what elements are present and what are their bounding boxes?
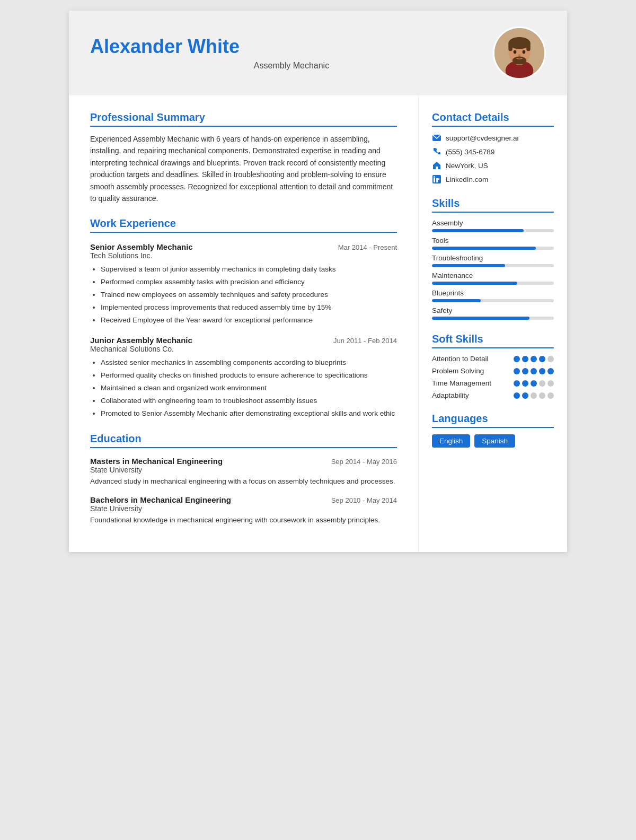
- svg-rect-13: [434, 178, 435, 182]
- education-title: Education: [90, 433, 397, 448]
- edu-1-degree: Masters in Mechanical Engineering: [90, 457, 223, 466]
- avatar-image: [494, 28, 544, 78]
- main-layout: Professional Summary Experienced Assembl…: [69, 95, 567, 552]
- list-item: Assisted senior mechanics in assembling …: [101, 357, 397, 369]
- summary-section: Professional Summary Experienced Assembl…: [90, 111, 397, 204]
- job-2-date: Jun 2011 - Feb 2014: [333, 337, 397, 345]
- skill-maintenance-name: Maintenance: [432, 272, 554, 279]
- contact-title: Contact Details: [432, 111, 554, 127]
- skill-safety-bar: [432, 317, 554, 320]
- dot: [522, 368, 528, 374]
- svg-point-14: [434, 176, 435, 178]
- job-1-date: Mar 2014 - Present: [338, 243, 397, 251]
- contact-linkedin-text: LinkedIn.com: [446, 176, 488, 183]
- soft-skills-section: Soft Skills Attention to Detail Problem …: [432, 333, 554, 399]
- job-2-bullets: Assisted senior mechanics in assembling …: [90, 357, 397, 419]
- dot: [531, 380, 537, 387]
- dot: [547, 356, 554, 362]
- skill-maintenance-fill: [432, 282, 517, 285]
- skill-assembly-fill: [432, 229, 524, 232]
- list-item: Collaborated with engineering team to tr…: [101, 396, 397, 407]
- skill-assembly-name: Assembly: [432, 219, 554, 227]
- skill-tools-fill: [432, 247, 536, 250]
- home-icon: [432, 161, 441, 170]
- contact-phone: (555) 345-6789: [432, 147, 554, 156]
- skill-troubleshooting: Troubleshooting: [432, 254, 554, 267]
- work-experience-section: Work Experience Senior Assembly Mechanic…: [90, 217, 397, 419]
- job-1: Senior Assembly Mechanic Mar 2014 - Pres…: [90, 242, 397, 326]
- right-column: Contact Details support@cvdesigner.ai: [419, 95, 567, 552]
- skill-safety-name: Safety: [432, 307, 554, 314]
- job-1-bullets: Supervised a team of junior assembly mec…: [90, 264, 397, 326]
- soft-skill-adaptability-dots: [514, 392, 554, 399]
- skill-safety: Safety: [432, 307, 554, 320]
- avatar: [493, 27, 546, 80]
- skill-assembly-bar: [432, 229, 554, 232]
- list-item: Trained new employees on assembly techni…: [101, 290, 397, 301]
- work-experience-title: Work Experience: [90, 217, 397, 233]
- edu-2: Bachelors in Mechanical Engineering Sep …: [90, 495, 397, 526]
- dot: [531, 356, 537, 362]
- soft-skill-time-management: Time Management: [432, 379, 554, 387]
- skill-assembly: Assembly: [432, 219, 554, 232]
- dot: [514, 392, 520, 399]
- job-1-title: Senior Assembly Mechanic: [90, 242, 193, 251]
- edu-1: Masters in Mechanical Engineering Sep 20…: [90, 457, 397, 487]
- language-english: English: [432, 434, 470, 448]
- edu-2-school: State University: [90, 504, 397, 513]
- summary-text: Experienced Assembly Mechanic with 6 yea…: [90, 133, 397, 204]
- skill-troubleshooting-fill: [432, 264, 505, 267]
- header-left: Alexander White Assembly Mechanic: [90, 36, 493, 71]
- svg-point-7: [514, 50, 517, 54]
- dot: [539, 392, 545, 399]
- job-1-company: Tech Solutions Inc.: [90, 251, 397, 260]
- education-section: Education Masters in Mechanical Engineer…: [90, 433, 397, 526]
- skill-troubleshooting-name: Troubleshooting: [432, 254, 554, 262]
- skill-blueprints: Blueprints: [432, 289, 554, 302]
- list-item: Maintained a clean and organized work en…: [101, 383, 397, 394]
- svg-point-8: [523, 50, 526, 54]
- list-item: Implemented process improvements that re…: [101, 302, 397, 313]
- skill-tools-bar: [432, 247, 554, 250]
- edu-2-date: Sep 2010 - May 2014: [331, 496, 397, 504]
- dot: [522, 380, 528, 387]
- linkedin-icon: [432, 174, 441, 184]
- list-item: Supervised a team of junior assembly mec…: [101, 264, 397, 275]
- dot: [514, 356, 520, 362]
- job-2-title: Junior Assembly Mechanic: [90, 336, 192, 345]
- skill-safety-fill: [432, 317, 529, 320]
- phone-icon: [432, 147, 441, 156]
- languages-title: Languages: [432, 413, 554, 428]
- skill-troubleshooting-bar: [432, 264, 554, 267]
- dot: [514, 380, 520, 387]
- soft-skill-problem-name: Problem Solving: [432, 367, 484, 375]
- contact-address-text: NewYork, US: [446, 162, 488, 170]
- skill-blueprints-fill: [432, 299, 481, 302]
- contact-email: support@cvdesigner.ai: [432, 133, 554, 143]
- skill-tools: Tools: [432, 237, 554, 250]
- edu-2-header: Bachelors in Mechanical Engineering Sep …: [90, 495, 397, 504]
- skills-section: Skills Assembly Tools Troubleshooting: [432, 197, 554, 320]
- dot: [547, 368, 554, 374]
- job-2: Junior Assembly Mechanic Jun 2011 - Feb …: [90, 336, 397, 419]
- svg-point-10: [513, 57, 526, 65]
- job-2-company: Mechanical Solutions Co.: [90, 345, 397, 353]
- skill-maintenance-bar: [432, 282, 554, 285]
- skill-maintenance: Maintenance: [432, 272, 554, 285]
- dot: [547, 392, 554, 399]
- dot: [539, 356, 545, 362]
- dot: [522, 356, 528, 362]
- skill-blueprints-bar: [432, 299, 554, 302]
- edu-2-degree: Bachelors in Mechanical Engineering: [90, 495, 231, 504]
- soft-skill-time-dots: [514, 380, 554, 387]
- edu-1-header: Masters in Mechanical Engineering Sep 20…: [90, 457, 397, 466]
- svg-rect-6: [526, 42, 531, 51]
- svg-rect-5: [508, 42, 513, 51]
- dot: [539, 368, 545, 374]
- resume-header: Alexander White Assembly Mechanic: [69, 11, 567, 95]
- language-tags: English Spanish: [432, 434, 554, 448]
- list-item: Performed complex assembly tasks with pr…: [101, 277, 397, 288]
- edu-1-school: State University: [90, 466, 397, 474]
- soft-skill-attention-name: Attention to Detail: [432, 355, 489, 363]
- summary-title: Professional Summary: [90, 111, 397, 127]
